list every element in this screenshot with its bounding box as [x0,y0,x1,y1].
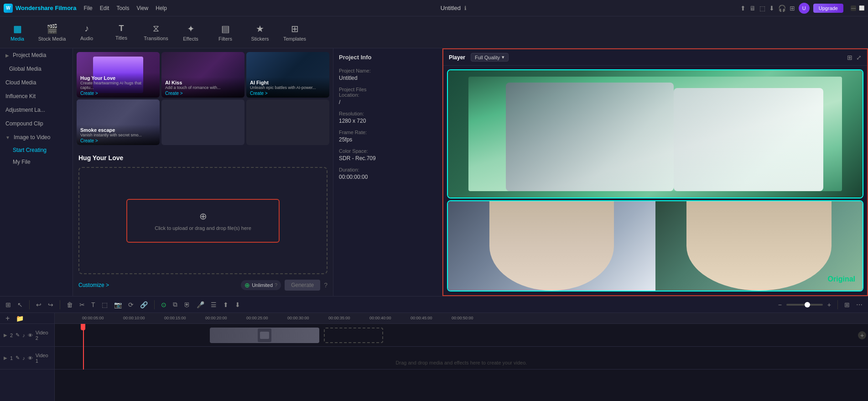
info-row-duration: Duration: 00:00:00:00 [339,167,437,180]
customize-button[interactable]: Customize > [78,282,109,288]
timeline-main[interactable]: 00:00:05:00 00:00:10:00 00:00:15:00 00:0… [55,313,868,401]
project-info-title: Project Info [339,54,437,61]
clip-thumbnail [258,328,271,342]
media-card-hug[interactable]: Hug Your Love Create heartwarming AI hug… [77,52,160,98]
media-card-empty2[interactable] [246,99,329,145]
sidebar-item-project-media[interactable]: ▶ Project Media [0,48,73,62]
crop-button[interactable]: ⬚ [100,300,109,309]
tool-stickers[interactable]: ★ Stickers [244,18,276,47]
info-label-duration: Duration: [339,167,437,172]
tool-effects-label: Effects [183,36,198,42]
list-button[interactable]: ☰ [209,300,218,309]
zoom-slider[interactable] [786,304,823,306]
sidebar-item-global-media[interactable]: Global Media [0,62,73,76]
zoom-thumb [805,302,810,307]
grid-view-button[interactable]: ⊞ [842,300,852,309]
player-main-view [447,69,863,198]
project-title-bar: Untitled ℹ [167,5,740,11]
sidebar-cloud-media-label: Cloud Media [5,79,36,86]
player-after-view: Original [655,201,863,291]
delete-button[interactable]: 🗑 [65,300,75,309]
timeline-content: + 📁 ▶ 2 ✎ ♪ 👁 Video 2 ▶ 1 ✎ ♪ 👁 Video 1 [0,313,868,401]
upload-area[interactable]: ⊕ Click to upload or drag and drop file(… [78,167,327,274]
card4-create[interactable]: Create > [80,138,156,143]
media-card-fight[interactable]: AI Fight Unleash epic battles with AI-po… [246,52,329,98]
quality-select[interactable]: Full Quality ▾ [471,53,509,62]
upload-inner[interactable]: ⊕ Click to upload or drag and drop file(… [126,199,280,243]
zoom-in-button[interactable]: + [826,300,833,309]
mic-button[interactable]: 🎤 [195,300,206,309]
green-circle-button[interactable]: ⊙ [159,300,168,309]
project-info-panel: Project Info Project Name: Untitled Proj… [333,48,442,296]
tool-stock-media[interactable]: 🎬 Stock Media [36,18,68,47]
card4-desc: Vanish instantly with secret smo... [80,133,156,137]
zoom-out-button[interactable]: − [776,300,784,309]
media-card-smoke[interactable]: Smoke escape Vanish instantly with secre… [77,99,160,145]
more-button[interactable]: ⋯ [854,300,864,309]
card1-create[interactable]: Create > [80,91,156,96]
redo-button[interactable]: ↪ [46,300,55,309]
menu-help[interactable]: Help [156,5,167,11]
sidebar-item-compound-clip[interactable]: Compound Clip [0,117,73,130]
audio-icon: ♪ [84,23,89,34]
sidebar-item-image-to-video[interactable]: ▼ Image to Video [0,130,73,144]
ruler-mark-7: 00:00:40:00 [369,316,391,320]
eye-icon-v1: 👁 [28,355,33,361]
tool-effects[interactable]: ✦ Effects [174,18,207,47]
player-icons: ⊞ ⤢ [847,54,862,61]
export-clip-button[interactable]: ⬆ [221,300,230,309]
folder-button[interactable]: 📁 [14,314,26,323]
tool-audio[interactable]: ♪ Audio [70,18,103,47]
layout-grid-icon[interactable]: ⊞ [847,54,852,61]
sidebar-item-start-creating[interactable]: Start Creating [0,144,73,156]
tool-media[interactable]: ▦ Media [1,18,34,47]
toolbar-separator-4 [837,300,838,309]
select-tool-button[interactable]: ↖ [16,300,25,309]
add-media-button[interactable]: + [4,313,11,323]
player-tab[interactable]: Player [449,54,465,61]
app-logo-icon: W [4,4,13,13]
tool-templates[interactable]: ⊞ Templates [278,18,311,47]
timeline-tracks: + Drag and drop media and effects here t… [55,324,868,370]
sidebar-item-my-file[interactable]: My File [0,156,73,168]
scenes-button[interactable]: ⊞ [4,300,13,309]
tool-transitions[interactable]: ⧖ Transitions [140,18,172,47]
tool-filters[interactable]: ▤ Filters [209,18,242,47]
sidebar-item-influence-kit[interactable]: Influence Kit [0,89,73,103]
sidebar-item-cloud-media[interactable]: Cloud Media [0,76,73,89]
upgrade-button[interactable]: Upgrade [813,4,843,13]
player-panel: Player Full Quality ▾ ⊞ ⤢ [442,48,868,296]
help-icon-unlimited: ? [275,282,277,288]
undo-button[interactable]: ↩ [34,300,43,309]
generate-button[interactable]: Generate [285,280,320,291]
card3-create[interactable]: Create > [250,91,326,96]
shield-button[interactable]: ⛨ [182,300,192,309]
card2-create[interactable]: Create > [165,91,241,96]
track-video1-index: 1 [10,355,13,361]
menu-file[interactable]: File [83,5,92,11]
track-clip-v2[interactable] [210,328,319,343]
expand-icon[interactable]: ⤢ [856,54,862,61]
snapshot-button[interactable]: 📷 [112,300,124,309]
menu-view[interactable]: View [136,5,148,11]
render-button[interactable]: ⬇ [233,300,242,309]
rotate-button[interactable]: ⟳ [126,300,135,309]
copy-button[interactable]: ⧉ [171,300,179,309]
media-card-kiss[interactable]: AI Kiss Add a touch of romance with... C… [161,52,244,98]
cut-button[interactable]: ✂ [78,300,87,309]
menu-edit[interactable]: Edit [100,5,109,11]
sidebar-item-adjustment[interactable]: Adjustment La... [0,103,73,117]
maximize-button[interactable]: ⬜ [859,5,864,11]
add-track-button-v2[interactable]: + [858,331,866,339]
link-button[interactable]: 🔗 [138,300,150,309]
audio-icon-v1: ♪ [22,355,25,361]
menu-tools[interactable]: Tools [116,5,129,11]
minimize-button[interactable]: — [851,5,856,11]
media-icon: ▦ [13,23,22,34]
text-button[interactable]: T [89,300,97,309]
sidebar-my-file-label: My File [13,159,31,165]
track-row-video2: + [55,324,868,347]
media-card-empty1[interactable] [161,99,244,145]
user-avatar[interactable]: U [799,3,810,14]
tool-titles[interactable]: T Titles [105,18,138,47]
